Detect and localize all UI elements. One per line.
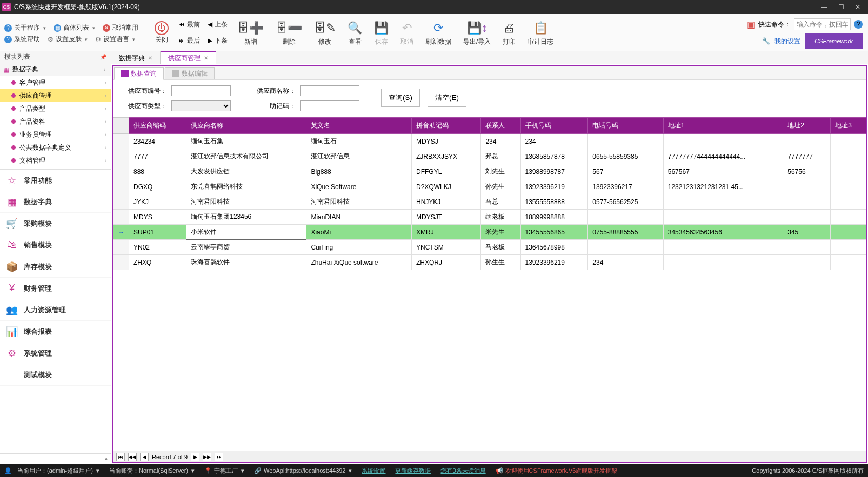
cell[interactable]	[588, 240, 663, 255]
tree-item-2[interactable]: 产品类型›	[0, 102, 111, 115]
table-row[interactable]: YN02云南翠亭商贸CuiTingYNCTSM马老板13645678998	[113, 240, 866, 255]
tab-0[interactable]: 数据字典✕	[111, 51, 161, 64]
close-window-button[interactable]: ✕	[855, 3, 860, 11]
prev-record-button[interactable]: ◀上条	[204, 16, 231, 32]
table-row[interactable]: MDYS缅甸玉石集团123456MianDIANMDYSJT缅老板1889999…	[113, 210, 866, 225]
cell[interactable]: 湛江软邦信息技术有限公司	[186, 149, 306, 164]
cell[interactable]: 0577-56562525	[588, 194, 663, 210]
cell[interactable]: 13988998787	[520, 164, 588, 179]
column-header[interactable]: 电话号码	[588, 118, 663, 134]
tree-item-4[interactable]: 业务员管理›	[0, 128, 111, 141]
data-grid[interactable]: 供应商编码供应商名称英文名拼音助记码联系人手机号码电话号码地址1地址2地址323…	[113, 117, 866, 451]
cell[interactable]: 刘先生	[481, 164, 520, 179]
cell[interactable]: 567567	[663, 164, 783, 179]
quick-cmd-input[interactable]	[794, 18, 851, 30]
table-row[interactable]: →SUP01小米软件XiaoMiXMRJ米先生134555568650755-8…	[113, 225, 866, 240]
cell[interactable]: MianDIAN	[306, 210, 412, 225]
help-icon[interactable]: ?	[854, 20, 863, 29]
cell[interactable]: ZHXQ	[129, 255, 186, 270]
cell[interactable]: 888	[129, 164, 186, 179]
delete-button[interactable]: 🗄➖删除	[270, 15, 308, 50]
module-1[interactable]: ▦数据字典	[0, 191, 111, 213]
cell[interactable]: 河南君阳科技	[306, 194, 412, 210]
cell[interactable]	[588, 134, 663, 149]
cell[interactable]	[831, 255, 866, 270]
pin-icon[interactable]: 📌	[100, 54, 106, 60]
modify-button[interactable]: 🗄✎修改	[309, 15, 341, 50]
cell[interactable]: 234	[588, 255, 663, 270]
column-header[interactable]: 联系人	[481, 118, 520, 134]
cell[interactable]: 13645678998	[520, 240, 588, 255]
cell[interactable]: 234	[520, 134, 588, 149]
audit-log-button[interactable]: 📋审计日志	[522, 15, 559, 50]
cell[interactable]: ZhuHai XiQue software	[306, 255, 412, 270]
lang-button[interactable]: ⚙设置语言	[95, 35, 135, 44]
module-6[interactable]: 👥人力资源管理	[0, 299, 111, 321]
cell[interactable]: JYKJ	[129, 194, 186, 210]
cell[interactable]	[663, 240, 783, 255]
sup-type-select[interactable]	[171, 100, 231, 111]
nav-next-page-button[interactable]: ▶▶	[203, 453, 211, 461]
table-row[interactable]: DGXQ东莞喜鹊网络科技XiQue SoftwareD?XQWLKJ孙先生139…	[113, 179, 866, 194]
next-record-button[interactable]: ▶下条	[204, 32, 231, 49]
cell[interactable]	[831, 149, 866, 164]
cell[interactable]: 邦总	[481, 149, 520, 164]
cell[interactable]: 7777777	[783, 149, 831, 164]
cell[interactable]: 77777777444444444444...	[663, 149, 783, 164]
cell[interactable]: 东莞喜鹊网络科技	[186, 179, 306, 194]
cell[interactable]: 孙生生	[481, 255, 520, 270]
nav-prev-page-button[interactable]: ◀◀	[128, 453, 137, 461]
cell[interactable]: 河南君阳科技	[186, 194, 306, 210]
module-5[interactable]: ¥财务管理	[0, 278, 111, 299]
close-tab-icon[interactable]: ✕	[204, 55, 208, 61]
cell[interactable]	[831, 164, 866, 179]
cell[interactable]: CuiTing	[306, 240, 412, 255]
tree-item-6[interactable]: 文档管理›	[0, 154, 111, 167]
tree-item-0[interactable]: 客户管理›	[0, 76, 111, 89]
cell[interactable]	[831, 179, 866, 194]
status-factory[interactable]: 📍宁德工厂	[200, 464, 249, 477]
mnemonic-input[interactable]	[300, 100, 359, 111]
column-header[interactable]: 地址2	[783, 118, 831, 134]
cell[interactable]: 567	[588, 164, 663, 179]
footer-dots-icon[interactable]: ⋯	[97, 456, 102, 462]
refresh-button[interactable]: ⟳刷新数据	[420, 15, 457, 50]
nav-next-button[interactable]: ▶	[191, 453, 199, 461]
cell[interactable]: 345345634563456	[663, 225, 783, 240]
cell[interactable]: 13923396219	[520, 179, 588, 194]
cancel-common-button[interactable]: ✕取消常用	[103, 23, 138, 32]
column-header[interactable]: 供应商编码	[129, 118, 186, 134]
tab-1[interactable]: 供应商管理✕	[161, 51, 216, 64]
module-0[interactable]: ☆常用功能	[0, 170, 111, 191]
cell[interactable]: 珠海喜鹊软件	[186, 255, 306, 270]
module-7[interactable]: 📊综合报表	[0, 321, 111, 342]
module-2[interactable]: 🛒采购模块	[0, 213, 111, 234]
cell[interactable]: 云南翠亭商贸	[186, 240, 306, 255]
subtab-edit[interactable]: 数据编辑	[165, 67, 215, 79]
cell[interactable]: MDYS	[129, 210, 186, 225]
view-button[interactable]: 🔍查看	[342, 15, 368, 50]
cell[interactable]: 马老板	[481, 240, 520, 255]
cell[interactable]	[783, 240, 831, 255]
cell[interactable]: ZHXQRJ	[412, 255, 481, 270]
status-user[interactable]: 当前用户：(admin-超级用户)	[13, 464, 104, 477]
cell[interactable]: XiQue Software	[306, 179, 412, 194]
cell[interactable]	[831, 194, 866, 210]
status-sys-settings[interactable]: 系统设置	[357, 464, 390, 477]
skin-button[interactable]: ⚙设置皮肤	[48, 35, 88, 44]
module-4[interactable]: 📦库存模块	[0, 256, 111, 278]
column-header[interactable]: 地址3	[831, 118, 866, 134]
cell[interactable]: XiaoMi	[306, 225, 412, 240]
last-record-button[interactable]: ⏭最后	[175, 32, 203, 49]
cell[interactable]: 马总	[481, 194, 520, 210]
cell[interactable]: YNCTSM	[412, 240, 481, 255]
cell[interactable]: SUP01	[129, 225, 186, 240]
nav-first-button[interactable]: ⏮	[116, 453, 125, 461]
cell[interactable]	[831, 225, 866, 240]
about-button[interactable]: ?关于程序	[4, 23, 46, 32]
cell[interactable]: 13923396219	[520, 255, 588, 270]
cell[interactable]	[588, 210, 663, 225]
first-record-button[interactable]: ⏮最前	[175, 16, 203, 32]
cell[interactable]: MDYSJ	[412, 134, 481, 149]
cell[interactable]: HNJYKJ	[412, 194, 481, 210]
